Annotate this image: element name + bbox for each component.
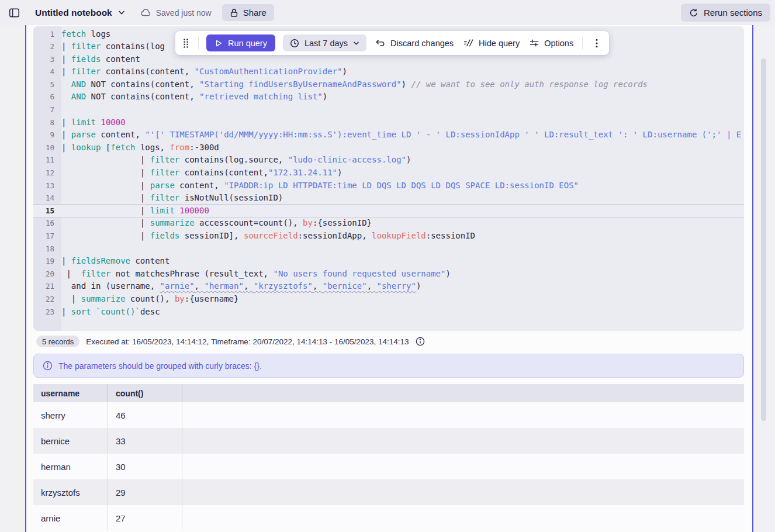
code-line[interactable]: 16 | summarize accesscount=count(), by:{… <box>33 217 744 230</box>
rerun-sections-button[interactable]: Rerun sections <box>681 4 770 22</box>
code-token: :sessionIdApp, <box>298 231 372 240</box>
code-token: | <box>61 206 150 215</box>
cell-count: 33 <box>108 428 182 454</box>
line-number: 2 <box>33 40 61 53</box>
notebook-title[interactable]: Untitled notebook <box>35 8 112 18</box>
query-editor[interactable]: 1fetch logs2| filter contains(log3| fiel… <box>33 26 744 331</box>
table-row[interactable]: sherry46 <box>33 402 744 428</box>
code-token: lookup <box>71 143 101 152</box>
discard-changes-button[interactable]: Discard changes <box>374 39 455 48</box>
info-icon[interactable] <box>416 337 425 346</box>
code-line[interactable]: 20 | filter not matchesPhrase (result_te… <box>33 268 744 281</box>
code-line[interactable]: 11 | filter contains(log.source, "ludo-c… <box>33 154 744 167</box>
code-line[interactable]: 10| lookup [fetch logs, from:-300d <box>33 141 744 154</box>
options-button[interactable]: Options <box>528 39 575 48</box>
code-line[interactable]: 9| parse content, "'[' TIMESTAMP('dd/MMM… <box>33 129 744 141</box>
column-header-count[interactable]: count() <box>108 384 182 402</box>
code-token: contains(content, <box>101 67 194 76</box>
code-line[interactable]: 7 <box>33 103 744 116</box>
line-number: 16 <box>33 217 61 230</box>
line-number: 11 <box>33 154 61 167</box>
code-text: AND NOT contains(content, "retrieved mat… <box>61 91 327 103</box>
code-token: filter <box>150 168 180 177</box>
code-token: | <box>61 269 81 278</box>
rerun-sections-label: Rerun sections <box>704 8 762 18</box>
results-table: usernamecount() sherry46bernice33herman3… <box>33 384 744 531</box>
line-number: 22 <box>33 293 61 306</box>
code-token: parse <box>150 181 175 190</box>
table-row[interactable]: arnie27 <box>33 505 744 531</box>
column-header-username[interactable]: username <box>33 384 108 402</box>
table-row[interactable]: herman30 <box>33 454 744 479</box>
code-token: :{username} <box>185 294 239 303</box>
line-number: 20 <box>33 268 61 281</box>
code-token: "sherry" <box>376 281 416 291</box>
cell-username: herman <box>33 454 108 479</box>
timeframe-selector[interactable]: Last 7 days <box>283 34 366 51</box>
share-label: Share <box>243 8 267 18</box>
cell-count: 27 <box>108 505 182 531</box>
code-token: limit <box>150 206 175 215</box>
code-token: parse <box>71 130 96 139</box>
code-line[interactable]: 21 and in (username, "arnie", "herman", … <box>33 280 744 293</box>
code-token: and in (username, <box>61 281 160 291</box>
code-token: filter <box>150 155 180 164</box>
cell-username: bernice <box>33 428 108 454</box>
cell-username: sherry <box>33 402 108 428</box>
code-token: 100000 <box>179 206 209 215</box>
line-number: 23 <box>33 306 61 319</box>
code-text: | lookup [fetch logs, from:-300d <box>61 141 219 154</box>
code-line[interactable]: 6 AND NOT contains(content, "retrieved m… <box>33 91 744 103</box>
code-line[interactable]: 4| filter contains(content, "CustomAuthe… <box>33 65 744 78</box>
table-row[interactable]: krzysztofs29 <box>33 479 744 505</box>
hide-query-button[interactable]: Hide query <box>462 39 521 48</box>
code-line[interactable]: 22 | summarize count(), by:{username} <box>33 293 744 306</box>
code-token: by <box>303 218 313 227</box>
code-token: "retrieved matching list" <box>199 92 323 101</box>
code-token: content <box>130 256 169 265</box>
column-header-empty[interactable] <box>182 384 744 402</box>
top-bar: Untitled notebook Saved just now Share <box>0 0 775 25</box>
code-token: ) <box>337 168 342 177</box>
code-token: | <box>61 168 150 177</box>
code-line[interactable]: 23| sort `count()`desc <box>33 306 744 319</box>
code-text: AND NOT contains(content, "Starting find… <box>61 78 648 91</box>
drag-handle[interactable] <box>181 38 191 49</box>
code-line[interactable]: 15 | limit 100000 <box>33 205 744 217</box>
code-token <box>61 80 71 89</box>
code-line[interactable]: 14 | filter isNotNull(sessionID) <box>33 192 744 205</box>
code-token: | <box>61 294 81 303</box>
page-vertical-scrollbar[interactable] <box>761 58 766 421</box>
more-options-kebab-button[interactable] <box>590 35 603 51</box>
table-row[interactable]: bernice33 <box>33 428 744 454</box>
code-token: sessionID], <box>179 231 244 240</box>
refresh-icon <box>689 8 698 18</box>
sidebar-toggle-button[interactable] <box>6 5 22 21</box>
share-button[interactable]: Share <box>222 4 274 21</box>
cell-empty <box>182 402 744 428</box>
code-token: "Starting findUsersByUsernameAndPassword… <box>199 80 402 89</box>
code-token: NOT contains(content, <box>86 80 199 89</box>
chevron-down-icon[interactable] <box>118 10 125 15</box>
code-token: desc <box>140 307 160 316</box>
code-line[interactable]: 5 AND NOT contains(content, "Starting fi… <box>33 78 744 91</box>
code-token: | <box>61 54 71 64</box>
code-line[interactable]: 17 | fields sessionID], sourceField:sess… <box>33 230 744 243</box>
code-token: from <box>169 143 189 152</box>
code-line[interactable]: 13 | parse content, "IPADDR:ip LD HTTPDA… <box>33 179 744 192</box>
code-line[interactable]: 8| limit 10000 <box>33 116 744 129</box>
code-text: | limit 100000 <box>61 205 209 217</box>
code-text: | fieldsRemove content <box>61 255 169 268</box>
run-query-button[interactable]: Run query <box>206 34 275 51</box>
code-token: filter <box>71 67 101 76</box>
discard-changes-label: Discard changes <box>390 39 454 48</box>
code-token: AND <box>71 80 86 89</box>
code-token: "bernice" <box>323 281 367 291</box>
code-line[interactable]: 19| fieldsRemove content <box>33 255 744 268</box>
hint-banner: The parameters should be grouped with cu… <box>33 354 744 378</box>
code-line[interactable]: 18 <box>33 243 744 255</box>
code-line[interactable]: 12 | filter contains(content,"172.31.24.… <box>33 167 744 179</box>
results-table-body: sherry46bernice33herman30krzysztofs29arn… <box>33 402 744 531</box>
notebook-app: Untitled notebook Saved just now Share <box>0 0 775 532</box>
undo-arrow-icon <box>375 39 385 47</box>
